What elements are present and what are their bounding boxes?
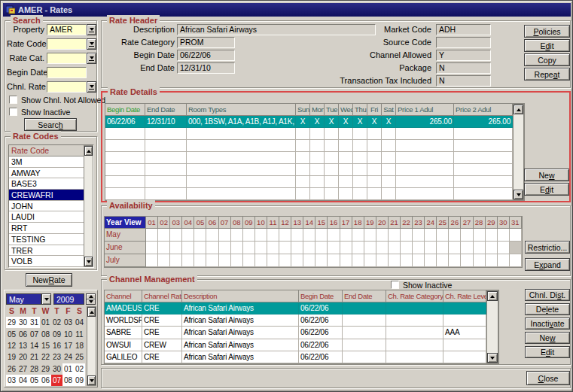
- calendar-day-cell[interactable]: 26: [6, 363, 17, 375]
- channel-row[interactable]: WORLDSPACREAfrican Safari Airways06/22/0…: [105, 315, 498, 327]
- policies-button[interactable]: Policies: [524, 25, 570, 38]
- availability-day-cell[interactable]: [352, 229, 364, 242]
- availability-day-cell[interactable]: [340, 254, 352, 267]
- column-header[interactable]: Wed: [339, 104, 353, 116]
- show-inactive-channels-checkbox[interactable]: [391, 281, 399, 289]
- availability-day-cell[interactable]: [146, 229, 158, 242]
- day-number-header[interactable]: 11: [267, 217, 279, 229]
- scroll-up-button[interactable]: [84, 146, 93, 156]
- calendar-day-cell[interactable]: 18: [74, 340, 85, 351]
- availability-day-cell[interactable]: [461, 229, 473, 242]
- column-header[interactable]: Begin Date: [105, 104, 145, 116]
- day-number-header[interactable]: 29: [486, 217, 498, 229]
- scroll-down-button[interactable]: [84, 257, 93, 266]
- calendar-day-cell[interactable]: 14: [29, 340, 40, 351]
- calendar-day-cell[interactable]: 10: [62, 328, 74, 339]
- availability-day-cell[interactable]: [328, 229, 340, 242]
- availability-day-cell[interactable]: [425, 242, 437, 254]
- calendar-day-cell[interactable]: 07: [29, 328, 40, 339]
- calendar-day-cell[interactable]: 17: [62, 340, 74, 351]
- day-number-header[interactable]: 16: [328, 217, 340, 229]
- availability-day-cell[interactable]: [146, 242, 158, 254]
- calendar-day-cell[interactable]: 22: [40, 351, 51, 363]
- availability-day-cell[interactable]: [146, 254, 158, 267]
- availability-day-cell[interactable]: [267, 229, 279, 242]
- day-number-header[interactable]: 18: [352, 217, 364, 229]
- availability-day-cell[interactable]: [340, 229, 352, 242]
- availability-day-cell[interactable]: [510, 242, 522, 254]
- column-header[interactable]: Ch. Rate Category: [386, 290, 443, 302]
- calendar-day-cell[interactable]: 13: [17, 340, 29, 351]
- column-header[interactable]: Price 1 Adul: [396, 104, 454, 116]
- availability-day-cell[interactable]: [170, 254, 182, 267]
- availability-day-cell[interactable]: [449, 229, 461, 242]
- availability-day-cell[interactable]: [498, 242, 510, 254]
- property-field[interactable]: AMER: [47, 24, 87, 35]
- availability-day-cell[interactable]: [474, 229, 486, 242]
- column-header[interactable]: Mon: [310, 104, 325, 116]
- new-rate-detail-button[interactable]: New: [524, 169, 569, 181]
- column-header[interactable]: Channel Rate: [142, 290, 182, 302]
- availability-day-cell[interactable]: [510, 254, 522, 267]
- calendar-day-cell[interactable]: 01: [40, 317, 51, 328]
- availability-day-cell[interactable]: [498, 229, 510, 242]
- day-number-header[interactable]: 19: [364, 217, 376, 229]
- day-number-header[interactable]: 27: [461, 217, 473, 229]
- calendar-day-cell[interactable]: 06: [17, 328, 29, 339]
- show-chnl-not-allowed-checkbox[interactable]: [9, 96, 17, 104]
- column-header[interactable]: Sun: [296, 104, 310, 116]
- show-inactive-rates-checkbox[interactable]: [9, 108, 17, 116]
- calendar-year-field[interactable]: 2009: [53, 293, 84, 305]
- calendar-day-cell[interactable]: 12: [6, 340, 17, 351]
- availability-day-cell[interactable]: [194, 229, 206, 242]
- day-number-header[interactable]: 01: [146, 217, 158, 229]
- availability-day-cell[interactable]: [425, 229, 437, 242]
- close-button[interactable]: Close: [526, 371, 570, 385]
- calendar-day-cell[interactable]: 05: [29, 375, 40, 386]
- rate-code-item[interactable]: JOHN: [9, 201, 84, 212]
- availability-day-cell[interactable]: [219, 254, 231, 267]
- column-header[interactable]: Description: [182, 290, 299, 302]
- day-number-header[interactable]: 23: [413, 217, 425, 229]
- calendar-scrollbar[interactable]: [87, 306, 96, 386]
- availability-day-cell[interactable]: [291, 229, 303, 242]
- availability-day-cell[interactable]: [328, 254, 340, 267]
- availability-day-cell[interactable]: [437, 254, 449, 267]
- year-view-cell[interactable]: Year View: [105, 217, 146, 229]
- day-number-header[interactable]: 26: [449, 217, 461, 229]
- calendar-day-cell[interactable]: 02: [74, 363, 85, 375]
- availability-day-cell[interactable]: [170, 229, 182, 242]
- availability-day-cell[interactable]: [413, 254, 425, 267]
- chnl-rate-field[interactable]: [47, 81, 87, 93]
- availability-day-cell[interactable]: [243, 254, 255, 267]
- availability-day-cell[interactable]: [206, 229, 218, 242]
- availability-day-cell[interactable]: [170, 242, 182, 254]
- calendar-day-cell[interactable]: 11: [74, 328, 85, 339]
- calendar-day-cell[interactable]: 06: [40, 375, 51, 386]
- availability-day-cell[interactable]: [182, 229, 194, 242]
- availability-day-cell[interactable]: [364, 242, 376, 254]
- availability-day-cell[interactable]: [194, 254, 206, 267]
- availability-day-cell[interactable]: [364, 254, 376, 267]
- column-header[interactable]: Sat: [382, 104, 396, 116]
- availability-day-cell[interactable]: [510, 229, 522, 242]
- availability-day-cell[interactable]: [291, 242, 303, 254]
- availability-day-cell[interactable]: [267, 254, 279, 267]
- rate-code-item[interactable]: LAUDI: [9, 211, 84, 223]
- availability-day-cell[interactable]: [231, 254, 243, 267]
- rate-code-item[interactable]: CREWAFRI: [9, 190, 84, 201]
- availability-day-cell[interactable]: [255, 242, 267, 254]
- availability-day-cell[interactable]: [413, 229, 425, 242]
- day-number-header[interactable]: 14: [303, 217, 315, 229]
- rate-codes-scrollbar[interactable]: [84, 145, 93, 267]
- repeat-button[interactable]: Repeat: [524, 68, 570, 81]
- edit-rate-detail-button[interactable]: Edit: [524, 183, 569, 196]
- column-header[interactable]: Channel: [105, 290, 142, 302]
- scroll-up-button[interactable]: [514, 105, 523, 114]
- day-number-header[interactable]: 17: [340, 217, 352, 229]
- column-header[interactable]: Begin Date: [299, 290, 343, 302]
- availability-day-cell[interactable]: [206, 254, 218, 267]
- availability-day-cell[interactable]: [401, 229, 413, 242]
- calendar-day-cell[interactable]: 15: [40, 340, 51, 351]
- day-number-header[interactable]: 04: [182, 217, 194, 229]
